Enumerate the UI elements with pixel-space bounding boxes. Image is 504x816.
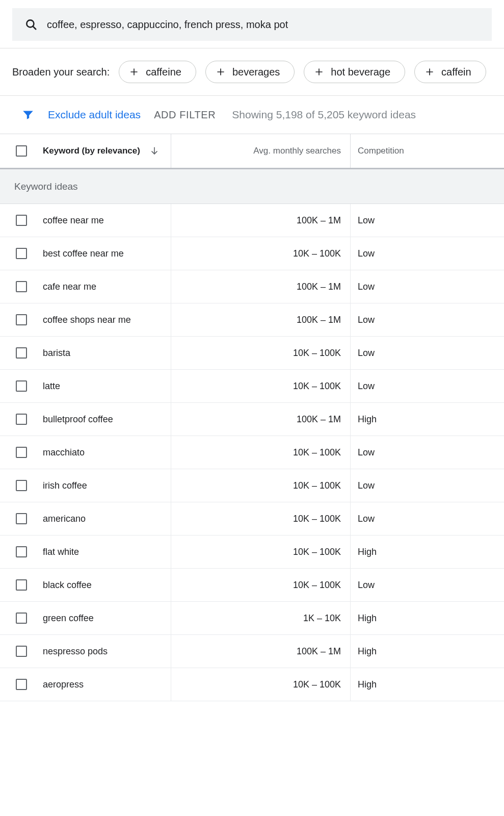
row-checkbox-cell	[0, 536, 43, 568]
filter-icon[interactable]	[21, 108, 35, 121]
cell-competition: Low	[351, 469, 504, 502]
row-checkbox[interactable]	[16, 513, 27, 524]
column-header-competition[interactable]: Competition	[351, 134, 504, 168]
chip-label: caffein	[441, 66, 471, 78]
keyword-text: coffee shops near me	[43, 315, 131, 325]
cell-keyword[interactable]: americano	[43, 502, 171, 535]
table-row: cafe near me100K – 1MLow	[0, 270, 504, 303]
keyword-text: bulletproof coffee	[43, 414, 113, 425]
keyword-text: coffee near me	[43, 215, 104, 226]
cell-avg-searches: 100K – 1M	[171, 303, 351, 336]
cell-avg-searches: 100K – 1M	[171, 403, 351, 436]
table-row: aeropress10K – 100KHigh	[0, 668, 504, 701]
competition-text: Low	[358, 514, 375, 524]
column-header-keyword[interactable]: Keyword (by relevance)	[43, 134, 171, 168]
keyword-text: flat white	[43, 547, 79, 557]
row-checkbox-cell	[0, 569, 43, 601]
column-header-avg-searches[interactable]: Avg. monthly searches	[171, 134, 351, 168]
table-row: macchiato10K – 100KLow	[0, 436, 504, 469]
column-header-avg-label: Avg. monthly searches	[253, 146, 341, 156]
table-row: nespresso pods100K – 1MHigh	[0, 635, 504, 668]
table-row: coffee shops near me100K – 1MLow	[0, 303, 504, 337]
keyword-text: barista	[43, 348, 70, 359]
cell-keyword[interactable]: bulletproof coffee	[43, 403, 171, 436]
row-checkbox[interactable]	[16, 281, 27, 292]
plus-icon	[425, 67, 434, 76]
cell-keyword[interactable]: coffee near me	[43, 204, 171, 237]
row-checkbox[interactable]	[16, 613, 27, 624]
search-bar[interactable]: coffee, espresso, cappuccino, french pre…	[12, 8, 492, 41]
cell-keyword[interactable]: coffee shops near me	[43, 303, 171, 336]
table-row: green coffee1K – 10KHigh	[0, 602, 504, 635]
row-checkbox-cell	[0, 403, 43, 436]
row-checkbox[interactable]	[16, 646, 27, 657]
row-checkbox[interactable]	[16, 480, 27, 491]
row-checkbox-cell	[0, 270, 43, 303]
cell-keyword[interactable]: macchiato	[43, 436, 171, 469]
table-row: bulletproof coffee100K – 1MHigh	[0, 403, 504, 436]
cell-keyword[interactable]: irish coffee	[43, 469, 171, 502]
broaden-chip[interactable]: caffein	[414, 61, 486, 83]
row-checkbox-cell	[0, 204, 43, 237]
row-checkbox[interactable]	[16, 414, 27, 425]
row-checkbox[interactable]	[16, 248, 27, 259]
row-checkbox[interactable]	[16, 380, 27, 392]
column-header-keyword-label: Keyword (by relevance)	[43, 145, 140, 156]
broaden-chip[interactable]: hot beverage	[304, 61, 405, 83]
cell-keyword[interactable]: flat white	[43, 536, 171, 568]
avg-searches-text: 100K – 1M	[297, 414, 341, 425]
row-checkbox-cell	[0, 237, 43, 270]
exclude-adult-ideas-link[interactable]: Exclude adult ideas	[48, 109, 141, 121]
row-checkbox[interactable]	[16, 314, 27, 325]
cell-keyword[interactable]: nespresso pods	[43, 635, 171, 668]
table-row: black coffee10K – 100KLow	[0, 569, 504, 602]
cell-keyword[interactable]: best coffee near me	[43, 237, 171, 270]
cell-keyword[interactable]: black coffee	[43, 569, 171, 601]
row-checkbox[interactable]	[16, 447, 27, 458]
row-checkbox[interactable]	[16, 546, 27, 557]
add-filter-button[interactable]: ADD FILTER	[154, 109, 216, 121]
cell-avg-searches: 10K – 100K	[171, 569, 351, 601]
cell-avg-searches: 100K – 1M	[171, 204, 351, 237]
cell-avg-searches: 10K – 100K	[171, 502, 351, 535]
row-checkbox-cell	[0, 337, 43, 369]
competition-text: Low	[358, 480, 375, 491]
column-header-competition-label: Competition	[358, 146, 404, 156]
cell-keyword[interactable]: green coffee	[43, 602, 171, 634]
competition-text: High	[358, 414, 377, 425]
row-checkbox[interactable]	[16, 215, 27, 226]
competition-text: Low	[358, 381, 375, 392]
broaden-chip[interactable]: caffeine	[119, 61, 196, 83]
table-row: irish coffee10K – 100KLow	[0, 469, 504, 502]
competition-text: High	[358, 646, 377, 657]
cell-competition: High	[351, 668, 504, 701]
cell-keyword[interactable]: aeropress	[43, 668, 171, 701]
cell-keyword[interactable]: barista	[43, 337, 171, 369]
row-checkbox[interactable]	[16, 347, 27, 359]
avg-searches-text: 10K – 100K	[293, 679, 341, 690]
keyword-text: green coffee	[43, 613, 94, 624]
cell-competition: Low	[351, 436, 504, 469]
svg-line-1	[33, 26, 36, 29]
cell-avg-searches: 10K – 100K	[171, 237, 351, 270]
avg-searches-text: 100K – 1M	[297, 282, 341, 292]
cell-avg-searches: 10K – 100K	[171, 370, 351, 402]
select-all-checkbox[interactable]	[16, 145, 27, 157]
section-title-row: Keyword ideas	[0, 169, 504, 204]
cell-competition: High	[351, 536, 504, 568]
broaden-chip[interactable]: beverages	[205, 61, 295, 83]
keyword-text: americano	[43, 514, 86, 524]
cell-competition: Low	[351, 237, 504, 270]
cell-avg-searches: 1K – 10K	[171, 602, 351, 634]
cell-keyword[interactable]: latte	[43, 370, 171, 402]
cell-keyword[interactable]: cafe near me	[43, 270, 171, 303]
row-checkbox[interactable]	[16, 679, 27, 690]
search-input-value: coffee, espresso, cappuccino, french pre…	[47, 19, 288, 31]
avg-searches-text: 100K – 1M	[297, 315, 341, 325]
row-checkbox[interactable]	[16, 579, 27, 591]
plus-icon	[216, 67, 225, 76]
cell-competition: High	[351, 403, 504, 436]
row-checkbox-cell	[0, 370, 43, 402]
plus-icon	[314, 67, 324, 76]
avg-searches-text: 10K – 100K	[293, 514, 341, 524]
